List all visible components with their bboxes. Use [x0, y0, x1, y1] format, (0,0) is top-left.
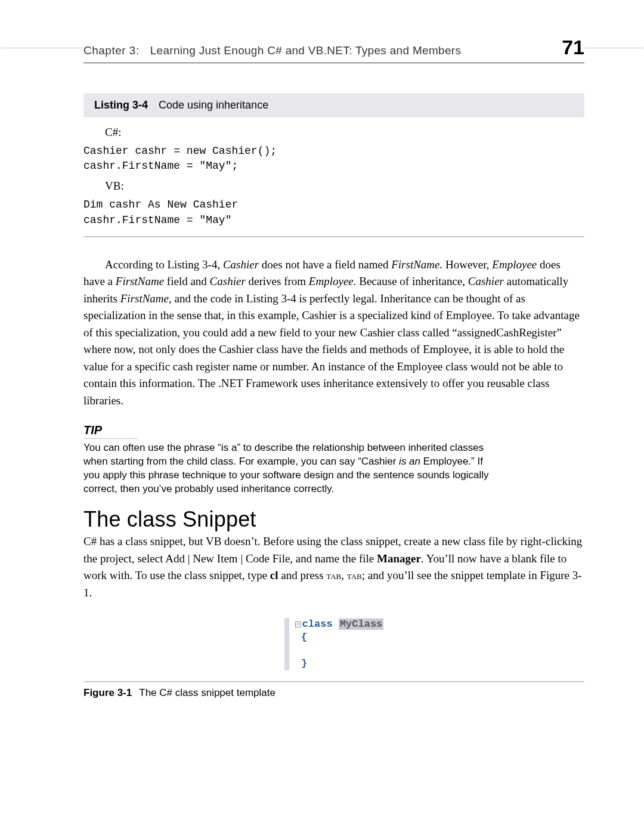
- fold-icon: −: [295, 621, 301, 627]
- section-body: C# has a class snippet, but VB doesn’t. …: [83, 533, 584, 601]
- vb-label: VB:: [105, 180, 584, 193]
- header-rule-left: [0, 48, 83, 48]
- page-header: Chapter 3: Learning Just Enough C# and V…: [83, 36, 584, 63]
- tip-heading: TIP: [83, 423, 138, 439]
- snippet-open-brace: {: [301, 632, 307, 643]
- listing-label: Listing 3-4: [94, 99, 148, 111]
- header-rule-right: [584, 48, 644, 48]
- figure-label: Figure 3-1: [83, 687, 132, 698]
- chapter-title: Learning Just Enough C# and VB.NET: Type…: [150, 44, 550, 57]
- code-snippet: −class MyClass { }: [284, 618, 384, 670]
- code-gutter: [284, 618, 289, 670]
- vb-code: Dim cashr As New Cashier cashr.FirstName…: [83, 197, 584, 227]
- snippet-close-brace: }: [301, 658, 307, 669]
- listing-end-rule: [83, 236, 584, 237]
- tip-body: You can often use the phrase “is a” to d…: [83, 441, 501, 496]
- snippet-figure: −class MyClass { }: [83, 618, 584, 670]
- listing-header: Listing 3-4Code using inheritance: [83, 93, 584, 117]
- listing-title: Code using inheritance: [159, 99, 268, 111]
- body-paragraph-1: According to Listing 3-4, Cashier does n…: [83, 256, 584, 410]
- chapter-number: Chapter 3:: [83, 44, 140, 57]
- snippet-keyword: class: [302, 618, 333, 630]
- csharp-code: Cashier cashr = new Cashier(); cashr.Fir…: [83, 144, 584, 174]
- figure-rule: [83, 681, 584, 682]
- page-number: 71: [562, 36, 584, 59]
- figure-caption: Figure 3-1The C# class snippet template: [83, 687, 584, 699]
- csharp-label: C#:: [105, 126, 584, 139]
- snippet-classname: MyClass: [339, 618, 383, 630]
- figure-caption-text: The C# class snippet template: [139, 687, 275, 698]
- section-heading: The class Snippet: [83, 507, 584, 532]
